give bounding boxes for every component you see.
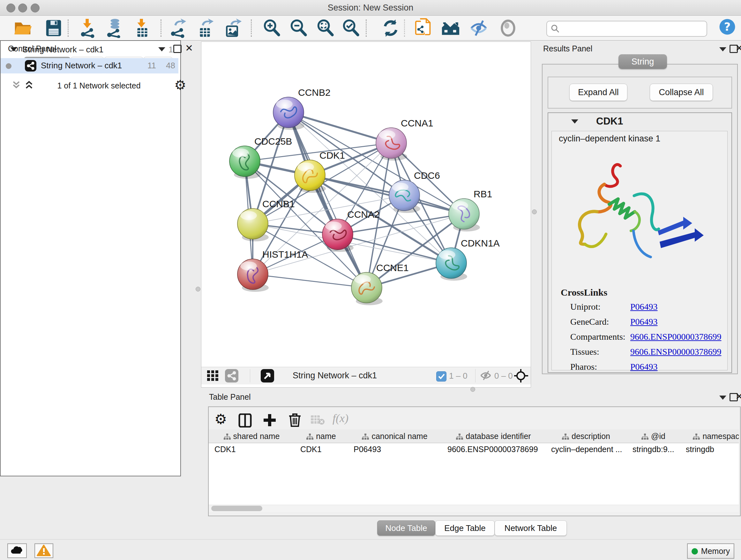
network-edge[interactable] [288,112,391,143]
network-node-label: CCNE1 [376,262,409,273]
zoom-fit-icon[interactable] [315,18,336,38]
column-header-namespace[interactable]: namespace [680,429,739,443]
expand-all-button[interactable]: Expand All [569,84,627,101]
crosslink-link[interactable]: P06493 [630,362,658,372]
hide-unhide-icon[interactable] [468,18,489,38]
network-graph[interactable]: CCNB2CCNA1CDC25BCDK1CDC6RB1CCNB1CCNA2CDK… [201,42,531,367]
crosslink-link[interactable]: P06493 [630,317,658,327]
node-table-grid[interactable]: shared namenamecanonical namedatabase id… [209,429,739,505]
column-header-label: @id [651,432,665,441]
network-node-CCNA1[interactable]: CCNA1 [376,118,433,161]
column-header-shared-name[interactable]: shared name [209,429,295,443]
table-horizontal-scrollbar[interactable] [209,505,739,512]
zoom-out-icon[interactable] [288,18,309,38]
table-cell[interactable]: P06493 [348,443,442,455]
crosslink-link[interactable]: P06493 [630,302,658,312]
import-network-file-icon[interactable] [78,18,99,38]
column-header-label: shared name [233,432,280,441]
network-node-HIST1H1A[interactable]: HIST1H1A [238,249,308,292]
panel-close-icon[interactable]: ✕ [185,45,193,52]
collapse-all-button[interactable]: Collapse All [650,84,713,101]
network-canvas[interactable]: CCNB2CCNA1CDC25BCDK1CDC6RB1CCNB1CCNA2CDK… [201,42,531,388]
tab-network-table[interactable]: Network Table [495,520,567,536]
crosslink-link[interactable]: 9606.ENSP00000378699 [630,347,721,357]
help-icon[interactable]: ? [719,18,736,36]
toolbar-separator [68,19,69,37]
open-session-icon[interactable] [13,18,33,38]
network-node-CCNE1[interactable]: CCNE1 [351,262,409,305]
tab-edge-table[interactable]: Edge Table [435,520,495,536]
network-node-CDKN1A[interactable]: CDKN1A [436,238,500,281]
column-header-database-identifier[interactable]: database identifier [442,429,546,443]
splitter-handle[interactable] [196,287,200,292]
column-header--id[interactable]: @id [627,429,680,443]
network-edge[interactable] [288,112,367,288]
crosslink-row: GeneCard:P06493 [552,315,727,330]
zoom-selected-icon[interactable] [341,18,361,38]
refresh-icon[interactable] [381,18,401,38]
network-edge[interactable] [253,274,367,288]
crosslink-link[interactable]: 9606.ENSP00000378699 [630,332,721,342]
table-cell[interactable]: CDK1 [294,443,348,455]
table-options-gear-icon[interactable]: ⚙ [214,411,227,427]
crosslink-row: Tissues:9606.ENSP00000378699 [552,346,727,361]
function-builder-icon: f(x) [333,412,348,425]
warnings-button[interactable] [35,543,53,558]
column-header-description[interactable]: description [545,429,627,443]
crosslink-label: Uniprot: [570,302,601,312]
panel-close-icon[interactable]: ✕ [735,393,741,400]
import-network-database-icon[interactable] [105,18,126,38]
table-cell[interactable]: cyclin–dependent ... [545,443,627,455]
birds-eye-view-icon[interactable] [514,368,528,384]
crosslink-label: Compartments: [570,332,625,342]
table-cell[interactable]: stringdb [680,443,739,455]
export-network-icon[interactable] [169,18,189,38]
import-table-icon[interactable] [132,18,152,38]
column-header-canonical-name[interactable]: canonical name [348,429,442,443]
cloud-status-button[interactable] [7,543,27,558]
column-header-label: database identifier [466,432,531,441]
export-image-icon[interactable] [223,18,243,38]
panel-menu-icon[interactable] [719,47,726,51]
network-view-string-icon[interactable] [225,369,239,382]
memory-button[interactable]: Memory [687,543,734,559]
add-column-icon[interactable] [262,413,277,429]
show-columns-icon[interactable] [238,414,252,429]
network-node-CDK1[interactable]: CDK1 [294,150,345,193]
splitter-handle[interactable] [470,387,475,392]
selected-checkbox-icon[interactable] [436,371,447,381]
detach-view-icon[interactable] [261,369,274,382]
tree-expand-icon[interactable] [10,47,17,51]
delete-column-icon[interactable] [288,412,302,429]
export-table-icon[interactable] [195,18,216,38]
zoom-in-icon[interactable] [262,18,282,38]
network-options-gear-icon[interactable]: ⚙ [174,77,186,93]
column-header-label: canonical name [372,432,427,441]
grid-view-icon[interactable] [207,370,219,382]
scrollbar-thumb[interactable] [211,506,262,511]
table-cell[interactable]: CDK1 [209,443,294,455]
show-graphics-icon[interactable] [498,18,518,38]
network-node-RB1[interactable]: RB1 [449,189,492,232]
search-input[interactable] [546,21,707,37]
panel-close-icon[interactable]: ✕ [735,45,741,52]
save-session-icon[interactable] [44,18,64,38]
string-home-icon[interactable] [441,18,461,38]
panel-menu-icon[interactable] [719,395,726,400]
string-protein-query-icon[interactable] [414,18,434,38]
hidden-eye-icon[interactable] [480,370,492,382]
network-node-CDC25B[interactable]: CDC25B [229,136,292,179]
tab-string-results[interactable]: String [618,54,667,69]
column-header-name[interactable]: name [294,429,348,443]
tab-node-table[interactable]: Node Table [377,520,435,536]
network-node-CCNB1[interactable]: CCNB1 [238,199,295,241]
table-cell[interactable]: stringdb:9... [627,443,680,455]
splitter-handle[interactable] [532,209,537,214]
network-row-selected[interactable]: String Network – cdk1 11 48 [1,58,179,73]
network-edge[interactable] [310,175,464,214]
card-collapse-icon[interactable] [571,119,578,124]
network-node-CCNB2[interactable]: CCNB2 [273,87,331,130]
network-collection-row[interactable]: String Network – cdk1 1 [0,42,178,56]
svg-text:?: ? [724,20,731,33]
table-cell[interactable]: 9606.ENSP00000378699 [442,443,545,455]
